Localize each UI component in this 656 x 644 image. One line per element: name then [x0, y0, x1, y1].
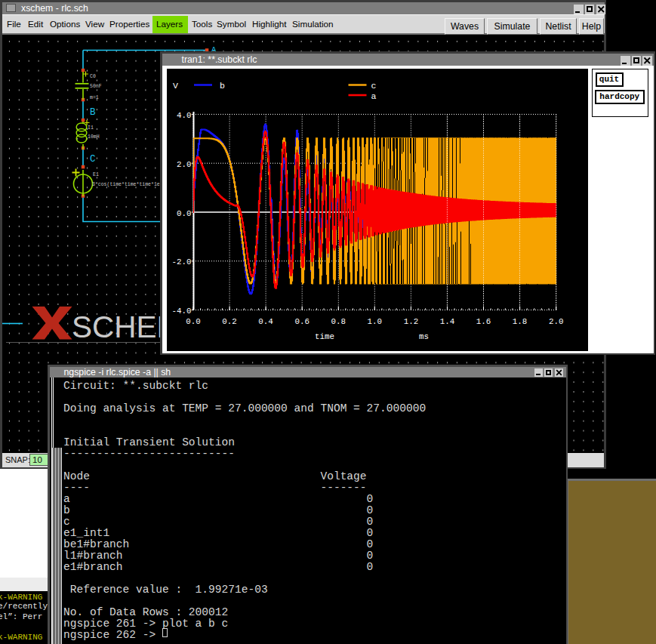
svg-text:B: B [90, 107, 96, 118]
svg-text:1.8: 1.8 [513, 317, 527, 326]
svg-text:0.0: 0.0 [177, 209, 191, 218]
svg-text:10mH: 10mH [88, 134, 100, 140]
svg-text:0.8: 0.8 [331, 317, 346, 326]
svg-text:50nF: 50nF [90, 84, 102, 89]
svg-text:c: c [371, 81, 377, 91]
svg-text:1.0: 1.0 [368, 317, 382, 326]
svg-text:a: a [371, 91, 377, 101]
svg-text:-4.0: -4.0 [172, 307, 192, 316]
svg-text:m=1: m=1 [90, 95, 99, 100]
svg-text:3*cos(time*time*time*1e11): 3*cos(time*time*time*1e11) [92, 182, 168, 187]
svg-text:0.6: 0.6 [294, 317, 309, 326]
svg-text:C: C [90, 154, 96, 165]
svg-text:0.4: 0.4 [258, 317, 273, 326]
svg-text:time: time [315, 332, 334, 341]
svg-text:I1: I1 [88, 125, 94, 131]
svg-text:0.2: 0.2 [222, 317, 236, 326]
svg-text:4.0: 4.0 [177, 111, 191, 120]
svg-text:1.2: 1.2 [404, 317, 418, 326]
svg-text:b: b [220, 81, 225, 91]
svg-text:2.0: 2.0 [177, 160, 191, 169]
svg-text:1.6: 1.6 [476, 317, 491, 326]
svg-text:1.4: 1.4 [440, 317, 454, 326]
svg-text:ms: ms [419, 332, 429, 341]
svg-text:0.0: 0.0 [186, 317, 200, 326]
svg-text:E1: E1 [93, 172, 99, 177]
svg-text:V: V [173, 81, 178, 91]
svg-text:2.0: 2.0 [549, 317, 563, 326]
svg-text:C0: C0 [90, 74, 96, 79]
svg-text:-2.0: -2.0 [172, 257, 192, 267]
